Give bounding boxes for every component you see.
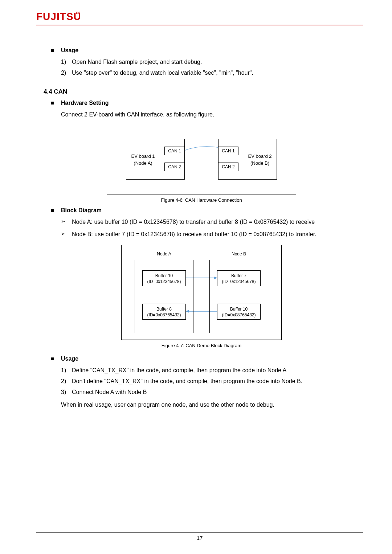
fujitsu-logo: FUJITSU∞ — [36, 11, 86, 22]
hardware-heading-text: Hardware Setting — [61, 100, 109, 106]
item-text: Open Nand Flash sample project, and star… — [72, 57, 359, 67]
node-a-can1: CAN 1 — [164, 147, 185, 155]
list-item: 2) Use "step over" to debug, and watch l… — [61, 68, 359, 78]
hardware-heading: ■Hardware Setting — [44, 100, 359, 106]
usage2-heading: ■Usage — [44, 356, 359, 362]
arrow-bullet-icon: ➢ — [61, 217, 72, 227]
node-a-line1: EV board 1 — [131, 153, 155, 159]
buf-l1: Buffer 10 — [155, 273, 173, 278]
item-text: Don't define "CAN_TX_RX" in the code, an… — [72, 377, 359, 386]
figure-4-6-caption: Figure 4-6: CAN Hardware Connection — [44, 197, 359, 203]
buf-l2: (ID=0x08765432) — [147, 312, 181, 317]
node-b-can1: CAN 1 — [218, 147, 238, 155]
usage2-heading-text: Usage — [61, 356, 78, 362]
node-a-can2: CAN 2 — [164, 163, 185, 171]
header: FUJITSU∞ — [36, 11, 363, 25]
buf-l2: (ID=0x08765432) — [222, 312, 256, 317]
node-b-box: EV board 2 (Node B) CAN 1 CAN 2 — [218, 139, 277, 180]
item-text: Define "CAN_TX_RX" in the code, and comp… — [72, 366, 359, 375]
node-a-label: EV board 1 (Node A) — [128, 153, 158, 166]
page: FUJITSU∞ ■Usage 1) Open Nand Flash sampl… — [0, 0, 392, 554]
square-bullet-icon: ■ — [50, 100, 54, 106]
block-diagram-heading: ■Block Diagram — [44, 207, 359, 214]
list-item: 3) Connect Node A with Node B — [61, 387, 359, 397]
page-footer: 17 — [36, 532, 363, 541]
block-diagram-heading-text: Block Diagram — [61, 207, 102, 213]
item-number: 3) — [61, 387, 72, 397]
usage2-note: When in real usage, user can program one… — [61, 400, 359, 410]
node-b-line2: (Node B) — [250, 160, 269, 166]
square-bullet-icon: ■ — [50, 356, 54, 362]
node-b-label: EV board 2 (Node B) — [245, 153, 274, 166]
node-b-can2: CAN 2 — [218, 163, 238, 171]
buf-l1: Buffer 10 — [230, 307, 248, 312]
block-diagram-list: ➢ Node A: use buffer 10 (ID = 0x12345678… — [61, 217, 359, 239]
square-bullet-icon: ■ — [50, 207, 54, 214]
item-number: 1) — [61, 366, 72, 375]
list-item: ➢ Node A: use buffer 10 (ID = 0x12345678… — [61, 217, 359, 227]
content: ■Usage 1) Open Nand Flash sample project… — [36, 47, 363, 409]
list-item: 2) Don't define "CAN_TX_RX" in the code,… — [61, 377, 359, 386]
node-a-box: EV board 1 (Node A) CAN 1 CAN 2 — [126, 139, 185, 180]
buf-l2: (ID=0x12345678) — [147, 279, 181, 284]
figure-4-7-caption: Figure 4-7: CAN Demo Block Diagram — [44, 343, 359, 348]
list-item: ➢ Node B: use buffer 7 (ID = 0x12345678)… — [61, 230, 359, 239]
arrow-bullet-icon: ➢ — [61, 230, 72, 239]
node-a-line2: (Node A) — [134, 160, 152, 166]
item-text: Use "step over" to debug, and watch loca… — [72, 68, 359, 78]
section-title: 4.4 CAN — [44, 88, 359, 95]
logo-text: FUJITSU — [36, 11, 81, 22]
node-b-line1: EV board 2 — [248, 153, 271, 159]
usage1-heading: ■Usage — [44, 47, 359, 54]
hardware-text: Connect 2 EV-board with CAN interface, a… — [61, 110, 359, 119]
node-b-block: Node B Buffer 7 (ID=0x12345678) Buffer 1… — [209, 260, 268, 333]
page-number: 17 — [197, 535, 203, 541]
node-b-buffer-10: Buffer 10 (ID=0x08765432) — [217, 304, 261, 320]
buf-l1: Buffer 8 — [156, 307, 172, 312]
item-text: Node A: use buffer 10 (ID = 0x12345678) … — [72, 217, 359, 227]
figure-4-7: Node A Buffer 10 (ID=0x12345678) Buffer … — [121, 245, 282, 340]
usage1-heading-text: Usage — [61, 47, 78, 53]
node-a-block: Node A Buffer 10 (ID=0x12345678) Buffer … — [135, 260, 193, 333]
node-a-buffer-10: Buffer 10 (ID=0x12345678) — [142, 270, 186, 286]
figure-4-6: EV board 1 (Node A) CAN 1 CAN 2 EV board… — [107, 125, 296, 194]
item-text: Node B: use buffer 7 (ID = 0x12345678) t… — [72, 230, 359, 239]
usage1-list: 1) Open Nand Flash sample project, and s… — [61, 57, 359, 78]
buf-l1: Buffer 7 — [231, 273, 246, 278]
node-a-title: Node A — [135, 251, 193, 257]
list-item: 1) Open Nand Flash sample project, and s… — [61, 57, 359, 67]
item-number: 2) — [61, 377, 72, 386]
square-bullet-icon: ■ — [50, 47, 54, 54]
item-number: 2) — [61, 68, 72, 78]
node-a-buffer-8: Buffer 8 (ID=0x08765432) — [142, 304, 186, 320]
item-text: Connect Node A with Node B — [72, 387, 359, 397]
list-item: 1) Define "CAN_TX_RX" in the code, and c… — [61, 366, 359, 375]
node-b-title: Node B — [210, 251, 268, 257]
usage2-list: 1) Define "CAN_TX_RX" in the code, and c… — [61, 366, 359, 397]
buf-l2: (ID=0x12345678) — [222, 279, 256, 284]
infinity-icon: ∞ — [76, 9, 81, 16]
node-b-buffer-7: Buffer 7 (ID=0x12345678) — [217, 270, 261, 286]
item-number: 1) — [61, 57, 72, 67]
